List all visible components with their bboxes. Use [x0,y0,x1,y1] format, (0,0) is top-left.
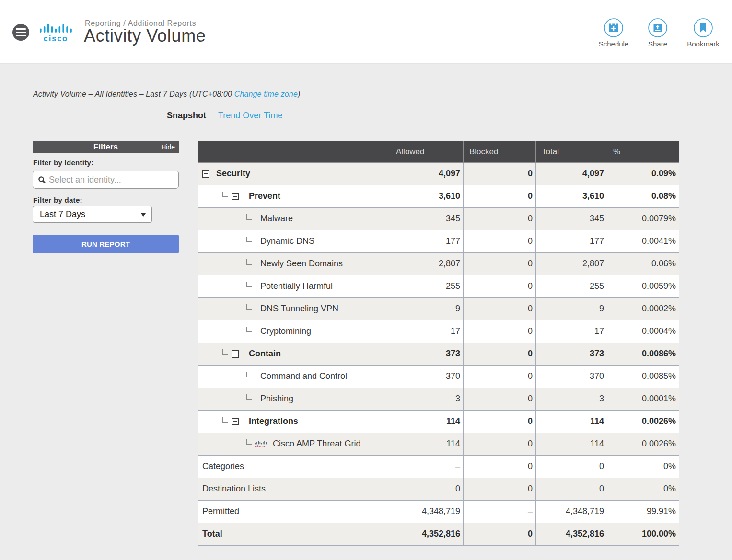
svg-text:cisco: cisco [44,34,68,43]
svg-text:cisco.: cisco. [255,444,267,448]
